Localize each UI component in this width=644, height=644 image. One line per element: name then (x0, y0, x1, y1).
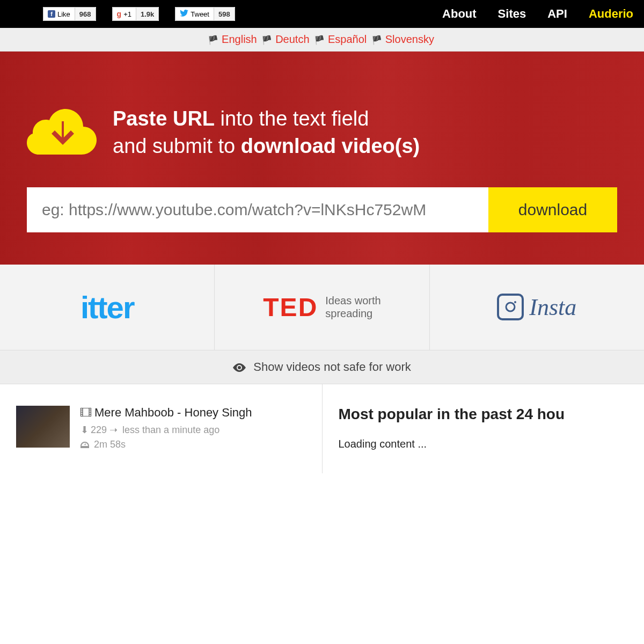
twitter-icon (180, 10, 188, 18)
nav-sites[interactable]: Sites (498, 7, 526, 21)
film-icon (80, 406, 91, 420)
supported-sites-strip: itter TED Ideas worth spreading Insta (0, 265, 644, 350)
download-icon: ⬇ (80, 425, 89, 435)
flag-icon: 🏴 (371, 35, 382, 45)
ted-tagline: Ideas worth spreading (325, 294, 380, 320)
gauge-icon (80, 439, 92, 450)
tw-count: 598 (214, 7, 235, 21)
top-bar: fLike 968 g+1 1.9k Tweet 598 About Sites… (0, 0, 644, 28)
video-thumbnail (16, 406, 70, 448)
loading-text: Loading content ... (339, 438, 628, 450)
g-label: +1 (123, 10, 131, 18)
url-input-row: download (27, 187, 617, 232)
instagram-logo-cell[interactable]: Insta (430, 265, 644, 350)
nsfw-label: Show videos not safe for work (253, 360, 411, 374)
lang-deutch[interactable]: Deutch (275, 33, 309, 45)
popular-heading: Most popular in the past 24 hou (339, 406, 628, 423)
arrow-icon: ➝ (109, 425, 120, 435)
google-plus-button[interactable]: g+1 1.9k (112, 7, 159, 21)
social-buttons: fLike 968 g+1 1.9k Tweet 598 (43, 7, 235, 21)
hero-text: Paste URL into the text field and submit… (113, 105, 420, 160)
ted-logo: TED (263, 292, 318, 322)
google-plus-icon: g (117, 10, 122, 18)
twitter-logo: itter (80, 289, 134, 325)
hero-line2-bold: download video(s) (241, 135, 420, 157)
video-title: Mere Mahboob - Honey Singh (94, 406, 252, 420)
popular-column: Most popular in the past 24 hou Loading … (323, 384, 645, 473)
tw-label: Tweet (191, 10, 209, 18)
g-count: 1.9k (136, 7, 159, 21)
recent-downloads-column: Mere Mahboob - Honey Singh ⬇229 ➝ less t… (0, 384, 323, 473)
duration: 2m 58s (94, 439, 126, 450)
download-button[interactable]: download (488, 187, 617, 232)
nav: About Sites API Auderio (442, 7, 633, 21)
twitter-logo-cell[interactable]: itter (0, 265, 215, 350)
lang-english[interactable]: English (222, 33, 257, 45)
video-title-row: Mere Mahboob - Honey Singh (80, 406, 252, 420)
content-columns: Mere Mahboob - Honey Singh ⬇229 ➝ less t… (0, 384, 644, 473)
flag-icon: 🏴 (314, 35, 325, 45)
fb-count: 968 (75, 7, 96, 21)
facebook-icon: f (48, 10, 55, 18)
svg-point-0 (506, 303, 515, 311)
nav-auderio[interactable]: Auderio (589, 7, 633, 21)
nsfw-toggle[interactable]: Show videos not safe for work (0, 350, 644, 384)
eye-icon (233, 360, 249, 374)
ted-logo-cell[interactable]: TED Ideas worth spreading (215, 265, 429, 350)
language-bar: 🏴English 🏴Deutch 🏴Español 🏴Slovensky (0, 28, 644, 52)
hero-line1-rest: into the text field (215, 107, 369, 130)
facebook-like-button[interactable]: fLike 968 (43, 7, 96, 21)
flag-icon: 🏴 (208, 35, 218, 45)
nav-api[interactable]: API (547, 7, 567, 21)
flag-icon: 🏴 (261, 35, 272, 45)
svg-point-1 (514, 301, 516, 303)
nav-about[interactable]: About (442, 7, 477, 21)
lang-slovensky[interactable]: Slovensky (385, 33, 434, 45)
hero-section: Paste URL into the text field and submit… (0, 52, 644, 265)
time-ago: less than a minute ago (122, 425, 219, 435)
instagram-text: Insta (529, 294, 576, 321)
hero-line1-bold: Paste URL (113, 107, 215, 130)
video-meta: ⬇229 ➝ less than a minute ago 2m 58s (80, 423, 252, 452)
lang-espanol[interactable]: Español (328, 33, 367, 45)
video-item[interactable]: Mere Mahboob - Honey Singh ⬇229 ➝ less t… (16, 406, 306, 452)
twitter-tweet-button[interactable]: Tweet 598 (175, 7, 235, 21)
download-count: 229 (91, 425, 107, 435)
instagram-icon (497, 294, 524, 320)
hero-line2-start: and submit to (113, 135, 241, 157)
fb-label: Like (57, 10, 70, 18)
url-input[interactable] (27, 187, 488, 232)
cloud-download-icon (27, 106, 97, 159)
